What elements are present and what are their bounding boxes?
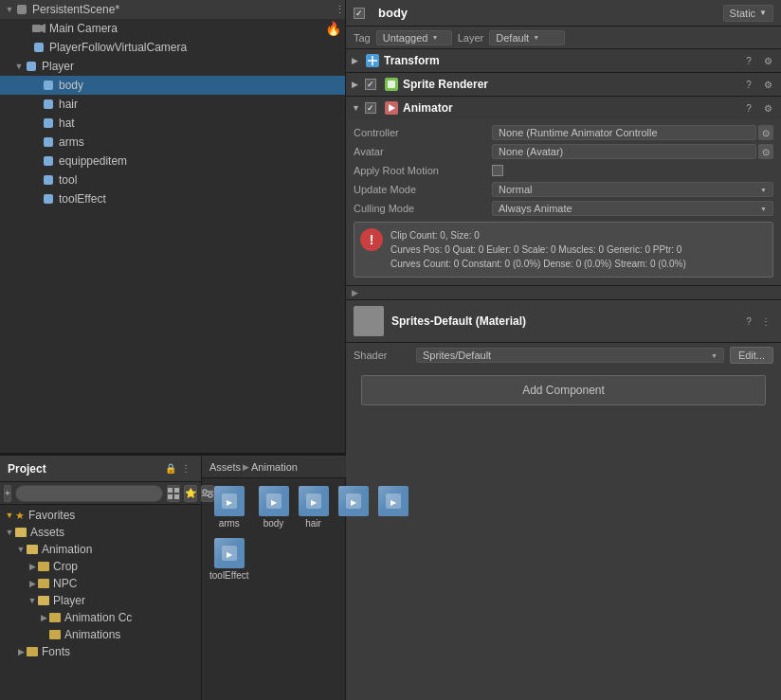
svg-text:▶: ▶ (227, 498, 233, 507)
material-help-btn[interactable]: ? (741, 314, 756, 329)
hierarchy-item-tool[interactable]: tool (0, 171, 345, 189)
sprite-renderer-title: Sprite Renderer (403, 78, 737, 91)
asset-item-tooleffect[interactable]: ▶ toolEffect (206, 534, 253, 584)
hierarchy-scene-root[interactable]: ▼ PersistentScene* ⋮ (0, 0, 345, 19)
material-menu-btn[interactable]: ⋮ (758, 314, 773, 329)
tree-crop[interactable]: ▶ Crop (0, 558, 201, 575)
animation-label: Animation (42, 543, 92, 556)
sprite-renderer-help-btn[interactable]: ? (741, 77, 756, 92)
tree-npc[interactable]: ▶ NPC (0, 575, 201, 592)
animator-title: Animator (403, 101, 737, 115)
project-lock-btn[interactable]: 🔒 (163, 461, 178, 476)
transform-header[interactable]: ▶ Transform ? ⚙ (346, 49, 781, 72)
body-cube-icon (42, 79, 55, 92)
tree-animations[interactable]: Animations (0, 626, 201, 643)
culling-mode-dropdown[interactable]: Always Animate (492, 201, 773, 216)
hair-no-arrow (32, 99, 42, 110)
project-icon-view-btn[interactable] (167, 485, 180, 502)
tag-dropdown[interactable]: Untagged (376, 30, 452, 45)
sprite-renderer-header[interactable]: ▶ Sprite Renderer ? ⚙ (346, 73, 781, 96)
hierarchy-item-player[interactable]: ▼ Player (0, 57, 345, 76)
avatar-picker-btn[interactable]: ⊙ (758, 144, 773, 159)
animcc-folder-icon (49, 613, 61, 622)
transform-title: Transform (384, 54, 737, 67)
material-preview (354, 306, 384, 336)
culling-mode-row: Culling Mode Always Animate (346, 199, 781, 218)
hierarchy-item-body[interactable]: body (0, 76, 345, 95)
project-star-btn[interactable]: ⭐ (184, 485, 197, 502)
body-arrow (32, 80, 42, 91)
avatar-field[interactable]: None (Avatar) (492, 144, 756, 159)
active-checkbox[interactable] (354, 8, 365, 19)
tree-favorites[interactable]: ▼ ★ Favorites (0, 507, 201, 524)
update-mode-dropdown[interactable]: Normal (492, 182, 773, 197)
hierarchy-item-maincamera[interactable]: Main Camera 🔥 (0, 19, 345, 38)
material-btns: ? ⋮ (741, 314, 773, 329)
controller-field[interactable]: None (Runtime Animator Controlle (492, 125, 756, 140)
edit-shader-btn[interactable]: Edit... (730, 347, 773, 364)
hierarchy-item-tooleffect[interactable]: toolEffect (0, 189, 345, 208)
shader-dropdown[interactable]: Sprites/Default (416, 348, 724, 363)
scene-menu[interactable]: ⋮ (335, 4, 345, 16)
hierarchy-item-equippeditem[interactable]: equippeditem (0, 152, 345, 171)
hierarchy-item-hat[interactable]: hat (0, 114, 345, 133)
static-dropdown[interactable]: Static ▼ (723, 5, 773, 22)
hierarchy-item-hair[interactable]: hair (0, 95, 345, 114)
asset-item-hair[interactable]: ▶ hair (295, 482, 333, 532)
animator-help-btn[interactable]: ? (741, 100, 756, 116)
tooleffect-no-arrow (32, 193, 42, 205)
tooleffect-cube-icon (42, 192, 55, 206)
transform-settings-btn[interactable]: ⚙ (760, 53, 775, 68)
transform-arrow: ▶ (352, 56, 361, 65)
animator-checkbox[interactable] (365, 102, 376, 114)
apply-root-checkbox[interactable] (492, 165, 503, 176)
transform-component: ▶ Transform ? ⚙ (346, 49, 781, 73)
svg-rect-15 (174, 494, 179, 499)
asset-item-body[interactable]: ▶ body (255, 482, 293, 532)
sprite-renderer-checkbox[interactable] (365, 79, 376, 90)
sprite-renderer-component: ▶ Sprite Renderer ? ⚙ (346, 73, 781, 97)
sprite-renderer-settings-btn[interactable]: ⚙ (760, 77, 775, 92)
animator-settings-btn[interactable]: ⚙ (760, 100, 775, 116)
tree-assets[interactable]: ▼ Assets (0, 524, 201, 541)
svg-text:▶: ▶ (227, 550, 233, 559)
layer-dropdown[interactable]: Default (489, 30, 565, 45)
hair-label: hair (59, 98, 78, 111)
svg-rect-26 (346, 494, 361, 509)
svg-marker-2 (41, 24, 45, 33)
anim-file-icon2: ▶ (264, 492, 283, 511)
controller-row: Controller None (Runtime Animator Contro… (346, 123, 781, 142)
transform-help-btn[interactable]: ? (741, 53, 756, 68)
asset-item-arms[interactable]: ▶ arms (206, 482, 253, 532)
material-expand-row[interactable]: ▶ (346, 286, 781, 300)
player-folder-icon (38, 596, 49, 605)
controller-picker-btn[interactable]: ⊙ (758, 125, 773, 140)
hierarchy-item-virtualcam[interactable]: PlayerFollowVirtualCamera (0, 38, 345, 57)
player-icon (25, 60, 38, 73)
tree-animation[interactable]: ▼ Animation (0, 541, 201, 558)
project-search-input[interactable] (15, 485, 163, 502)
project-add-btn[interactable]: + (4, 485, 11, 502)
crop-folder-icon (38, 562, 49, 571)
scene-icon (15, 3, 28, 16)
svg-rect-5 (44, 81, 53, 90)
tool-label: tool (59, 173, 77, 187)
tag-value: Untagged (383, 32, 428, 44)
tree-animcc[interactable]: ▶ Animation Cc (0, 609, 201, 626)
tree-fonts[interactable]: ▶ Fonts (0, 643, 201, 660)
animator-header[interactable]: ▼ Animator ? ⚙ (346, 97, 781, 119)
project-tree: ▼ ★ Favorites ▼ Assets ▼ Animation (0, 505, 201, 700)
breadcrumb-animation[interactable]: Animation (251, 461, 298, 473)
animcc-label: Animation Cc (64, 611, 132, 624)
update-mode-text: Normal (499, 184, 532, 195)
project-menu-btn[interactable]: ⋮ (178, 461, 193, 476)
material-arrow: ▶ (352, 288, 358, 297)
fonts-arrow: ▶ (15, 646, 27, 657)
tree-player[interactable]: ▼ Player (0, 592, 201, 609)
svg-rect-30 (222, 546, 237, 561)
plus-icon: + (5, 488, 10, 498)
breadcrumb-assets[interactable]: Assets (209, 461, 241, 473)
add-component-btn[interactable]: Add Component (361, 375, 766, 405)
hierarchy-item-arms[interactable]: arms (0, 133, 345, 152)
sprite-renderer-arrow: ▶ (352, 80, 361, 89)
